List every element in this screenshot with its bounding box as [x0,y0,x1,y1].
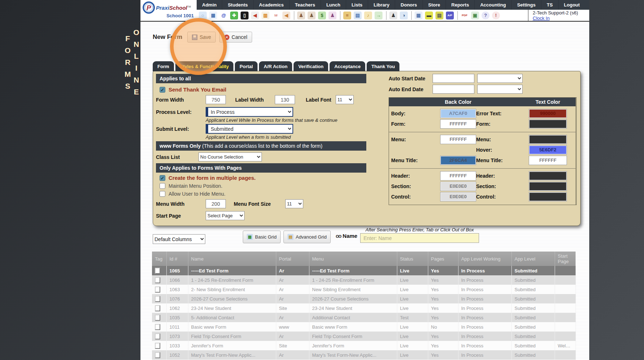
text-color-menu-title-swatch[interactable]: FFFFFF [529,156,567,165]
person-icon[interactable]: ♟ [308,12,316,19]
clock-icon[interactable]: ◑ [400,12,408,19]
menu-font-select[interactable]: 11 [285,199,303,208]
table-icon[interactable]: ▦ [415,12,422,19]
nav-item-lunch[interactable]: Lunch [321,0,346,10]
grid-col-id-[interactable]: Id # [166,252,188,266]
text-color-control-swatch[interactable] [529,192,567,201]
row-tag-checkbox[interactable] [155,315,160,321]
text-color-menu-swatch[interactable] [529,135,567,144]
auto-start-date-select[interactable] [477,74,523,83]
register-icon[interactable]: ▤ [435,12,443,19]
nav-item-academics[interactable]: Academics [253,0,289,10]
megaphone-icon[interactable]: ◀ [282,12,290,19]
label-font-select[interactable]: 11 [336,95,354,104]
row-tag-checkbox[interactable] [155,333,160,339]
nav-item-accounting[interactable]: Accounting [474,0,511,10]
row-tag-checkbox[interactable] [155,305,160,311]
nav-item-logout[interactable]: Logout [558,0,585,10]
columns-select[interactable]: Default Columns [153,234,205,244]
auto-start-date-input[interactable] [433,74,474,83]
back-color-form-swatch[interactable]: FFFFFF [440,119,476,129]
back-color-menu-swatch[interactable]: FFFFFF [440,135,476,144]
class-list-select[interactable]: No Course Selection [198,152,262,161]
grid-row-1066[interactable]: 10661 - 24-25 Re-Enrollment FormAr1 - 24… [152,275,576,285]
email-icon[interactable]: @ [220,12,228,19]
text-color-error-text-swatch[interactable]: 990000 [529,109,567,118]
tab-form[interactable]: Form [153,61,174,71]
tab-thank-you[interactable]: Thank You [367,61,399,71]
notebook-icon[interactable]: ▤ [354,12,362,19]
send-thank-you-checkbox[interactable]: ✓ [160,87,165,93]
nav-item-reports[interactable]: Reports [446,0,474,10]
start-page-select[interactable]: Select Page [206,211,245,220]
tab-verification[interactable]: Verification [294,61,328,71]
pdf-icon[interactable]: PDF [461,12,469,19]
export-icon[interactable]: → [375,12,383,19]
name-search-input[interactable] [360,233,479,243]
grid-row-1062[interactable]: 106223-24 New StudentSite23-24 New Stude… [152,303,576,313]
multi-pages-checkbox[interactable]: ✓ [160,175,165,181]
lunch-icon[interactable]: ≡ [343,12,351,19]
process-level-select[interactable]: In Process [206,107,293,117]
search-icon[interactable]: ○ [199,12,207,19]
card-icon[interactable]: ▬ [425,12,433,19]
menu-width-input[interactable] [206,199,226,208]
nav-item-lists[interactable]: Lists [346,0,368,10]
row-tag-checkbox[interactable] [155,268,160,274]
grid-col-pages[interactable]: Pages [428,252,458,266]
row-tag-checkbox[interactable] [155,277,160,283]
grid-col-app-level[interactable]: App Level [511,252,555,266]
grid-col-status[interactable]: Status [397,252,428,266]
nav-item-admin[interactable]: Admin [197,0,222,10]
submit-level-select[interactable]: Submitted [206,124,293,134]
bell-icon[interactable]: ♪ [364,12,372,19]
allow-hide-menu-checkbox[interactable] [160,191,165,197]
tab-acceptance[interactable]: Acceptance [330,61,365,71]
person-add-icon[interactable]: ♟ [297,12,305,19]
label-width-input[interactable] [275,95,295,104]
grid-row-1065[interactable]: 1065-----Ed Test FormAr-----Ed Test Form… [152,266,576,275]
grid-col-start-page[interactable]: Start Page [555,252,576,266]
grid-row-1073[interactable]: 1073Field Trip Consent FormArField Trip … [152,332,576,341]
grid-row-1011[interactable]: 1011Basic www FormwwwBasic www FormLiveN… [152,322,576,332]
back-color-header-swatch[interactable]: FFFFFF [440,171,476,181]
nav-item-ts[interactable]: TS [541,0,558,10]
row-tag-checkbox[interactable] [155,286,160,293]
maintain-menu-checkbox[interactable] [160,183,165,189]
save-button[interactable]: Save [187,32,216,43]
grid-row-1063[interactable]: 10632- New Sibling EnrollmentArNew Sibli… [152,285,576,294]
print-icon[interactable]: ▣ [471,12,479,19]
grid-col-portal[interactable]: Portal [276,252,309,266]
back-color-menu-title-swatch[interactable]: 2F6CA4 [440,156,476,165]
back-color-body-swatch[interactable]: A7CAF0 [440,109,476,118]
nav-item-donors[interactable]: Donors [395,0,422,10]
tab-portal[interactable]: Portal [235,61,258,71]
cancel-button[interactable]: ×Cancel [219,32,252,43]
text-color-section-swatch[interactable] [529,182,567,191]
chat-icon[interactable]: ✚ [230,12,238,19]
sound-icon[interactable]: ◀ [251,12,259,19]
advanced-grid-button[interactable]: ▤Advanced Grid [283,231,331,243]
row-tag-checkbox[interactable] [155,343,160,349]
calendar-grid-icon[interactable]: ▦ [209,12,217,19]
grid-col-tag[interactable]: Tag [152,252,166,266]
tab-a-r-action[interactable]: A/R Action [259,61,292,71]
grid-col-name[interactable]: Name [188,252,276,266]
alert-icon[interactable]: ! [492,12,500,19]
row-tag-checkbox[interactable] [155,324,160,330]
nav-item-settings[interactable]: Settings [511,0,541,10]
nav-item-teachers[interactable]: Teachers [289,0,321,10]
text-color-form-swatch[interactable] [529,119,567,129]
basic-grid-button[interactable]: ▦Basic Grid [243,231,281,243]
grid-row-1076[interactable]: 10762026-27 Course SelectionsAr2026-27 C… [152,294,576,303]
schedule-icon[interactable]: ▥ [261,12,269,19]
nav-item-store[interactable]: Store [422,0,446,10]
grid-row-1052[interactable]: 1052Mary's Test Form-New Applic...ArMary… [152,350,576,360]
clock-in-link[interactable]: Clock In [533,15,586,21]
tab-styles-functionality[interactable]: Styles & Functionality [175,61,234,71]
auto-end-date-select[interactable] [477,85,523,94]
ap-icon[interactable]: A/P [446,12,454,19]
text-color-hover-swatch[interactable]: 5E6DF2 [529,145,567,155]
row-tag-checkbox[interactable] [155,296,160,302]
grid-col-menu[interactable]: Menu [309,252,397,266]
